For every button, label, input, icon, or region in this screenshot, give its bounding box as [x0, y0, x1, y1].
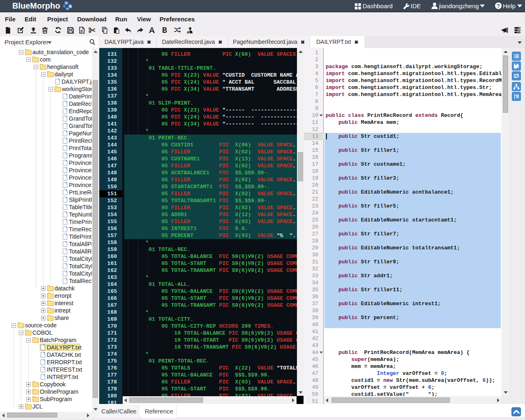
svg-text:?: ? — [497, 3, 500, 9]
